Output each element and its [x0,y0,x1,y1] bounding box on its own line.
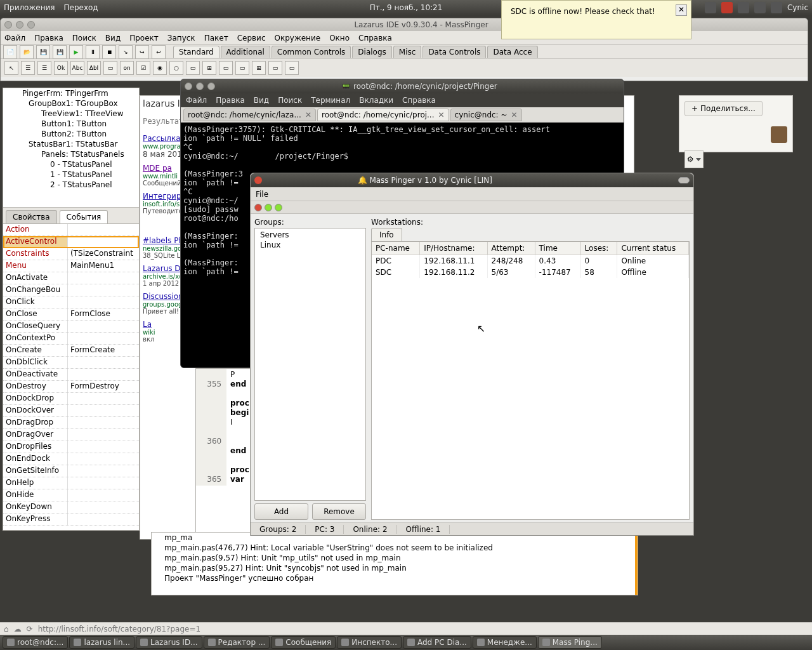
taskbar-item[interactable]: Инспекто... [337,636,402,649]
property-row[interactable]: OnHide [3,489,139,501]
stop-button[interactable]: ⏹ [102,45,116,59]
message-line[interactable]: mp_main.pas(476,77) Hint: Local variable… [152,543,638,553]
object-tree[interactable]: PingerFrm: TPingerFrm GroupBox1: TGroupB… [3,88,140,215]
toolbar-button[interactable]: 📂 [20,45,34,59]
tree-node[interactable]: 2 - TStatusPanel [3,180,139,190]
property-row[interactable]: OnDragOver [3,429,139,441]
property-row[interactable]: OnDestroyFormDestroy [3,381,139,393]
maximize-icon[interactable] [207,83,215,90]
indicator-icon[interactable] [721,2,733,13]
search-result-link[interactable]: Рассылка [143,134,181,143]
reload-icon[interactable]: ⟳ [27,625,33,633]
component-icon[interactable]: ⊞ [202,61,216,75]
property-value[interactable] [68,393,139,404]
taskbar-item[interactable]: Lazarus ID... [136,636,202,649]
menu-item[interactable]: Терминал [311,96,350,105]
property-value[interactable] [68,369,139,380]
terminal-tab[interactable]: cynic@ndc: ~✕ [450,109,522,121]
palette-tab[interactable]: Data Acce [487,46,537,58]
menu-item[interactable]: Проект [129,34,159,43]
home-icon[interactable]: ⌂ [4,625,9,633]
component-icon[interactable]: ΔbI [87,61,101,75]
palette-tab[interactable]: Dialogs [352,46,391,58]
menu-item[interactable]: Пакет [204,34,228,43]
column-header[interactable]: Time [535,242,580,255]
component-icon[interactable]: ▭ [285,61,299,75]
step-button[interactable]: ↘ [119,45,133,59]
property-row[interactable]: OnGetSiteInfo [3,465,139,477]
property-value[interactable] [68,284,139,296]
property-value[interactable] [68,501,139,513]
component-icon[interactable]: ▭ [103,61,117,75]
indicator-icon[interactable] [754,2,766,13]
menu-item[interactable]: Вид [254,96,269,105]
property-value[interactable] [68,405,139,416]
taskbar-item[interactable]: Сообщения [271,636,336,649]
property-value[interactable] [68,236,139,248]
indicator-icon[interactable] [738,2,749,13]
property-row[interactable]: Action [3,224,139,236]
component-icon[interactable]: ☑ [136,61,150,75]
menu-item[interactable]: Запуск [167,34,195,43]
applications-menu[interactable]: Приложения [4,3,55,12]
user-menu[interactable]: Cynic [787,3,808,12]
taskbar-item[interactable]: Менедже... [473,636,537,649]
groups-list[interactable]: Servers Linux [254,228,366,501]
menu-item[interactable]: Вид [105,34,121,43]
column-header[interactable]: Current status [617,242,689,255]
tree-node[interactable]: Button1: TButton [3,119,139,129]
palette-tab[interactable]: Data Controls [422,46,486,58]
property-value[interactable] [68,333,139,344]
close-icon[interactable]: ✕ [305,110,311,119]
menu-item[interactable]: Справка [358,34,392,43]
property-row[interactable]: OnHelp [3,477,139,489]
minimize-icon[interactable] [196,83,204,90]
window-titlebar[interactable]: 📟 root@ndc: /home/cynic/project/Pinger [181,79,624,93]
property-row[interactable]: OnCloseQuery [3,321,139,333]
tree-node[interactable]: TreeView1: TTreeView [3,109,139,119]
list-item[interactable]: Linux [256,240,364,250]
indicator-icon[interactable] [705,2,716,13]
tree-node[interactable]: StatusBar1: TStatusBar [3,139,139,149]
step-button[interactable]: ↪ [135,45,149,59]
pause-button[interactable]: ⏸ [86,45,100,59]
component-icon[interactable]: ☰ [21,61,35,75]
property-value[interactable]: MainMenu1 [68,260,139,272]
add-button[interactable]: Add [254,503,308,520]
component-icon[interactable]: ◉ [153,61,167,75]
chat-icon[interactable] [771,2,782,13]
taskbar-item[interactable]: Mass Ping... [538,636,602,649]
taskbar-item[interactable]: root@ndc:... [3,636,68,649]
column-header[interactable]: Attempt: [487,242,535,255]
menu-item[interactable]: Окно [329,34,350,43]
search-result-link[interactable]: Интегрир [143,192,181,201]
component-icon[interactable]: on [120,61,134,75]
close-icon[interactable] [4,21,12,29]
property-row[interactable]: OnDockOver [3,405,139,417]
property-row[interactable]: OnClick [3,296,139,308]
property-row[interactable]: OnCloseFormClose [3,308,139,321]
menu-item[interactable]: Справка [402,96,436,105]
terminal-tab[interactable]: root@ndc: /home/cynic/proj...✕ [317,109,449,121]
run-button[interactable]: ▶ [69,45,83,59]
menu-item[interactable]: Поиск [72,34,96,43]
tree-node[interactable]: 0 - TStatusPanel [3,159,139,169]
cloud-icon[interactable]: ☁ [14,625,22,633]
component-icon[interactable]: ☰ [37,61,51,75]
close-icon[interactable]: ✕ [676,4,687,16]
minimize-icon[interactable] [16,21,23,29]
property-value[interactable] [68,224,139,235]
palette-tab[interactable]: Misc [393,46,422,58]
table-row[interactable]: SDC192.168.11.25/63-11748758Offline [372,267,689,278]
property-value[interactable] [68,441,139,453]
close-icon[interactable] [185,83,192,90]
palette-tab[interactable]: Additional [221,46,270,58]
close-icon[interactable]: ✕ [511,110,518,119]
column-header[interactable]: Loses: [580,242,617,255]
property-value[interactable] [68,514,139,525]
toolbar-button[interactable]: 💾 [53,45,67,59]
property-value[interactable] [68,272,139,284]
pointer-icon[interactable]: ↖ [4,61,18,75]
property-value[interactable] [68,321,139,332]
property-row[interactable]: OnDockDrop [3,393,139,405]
